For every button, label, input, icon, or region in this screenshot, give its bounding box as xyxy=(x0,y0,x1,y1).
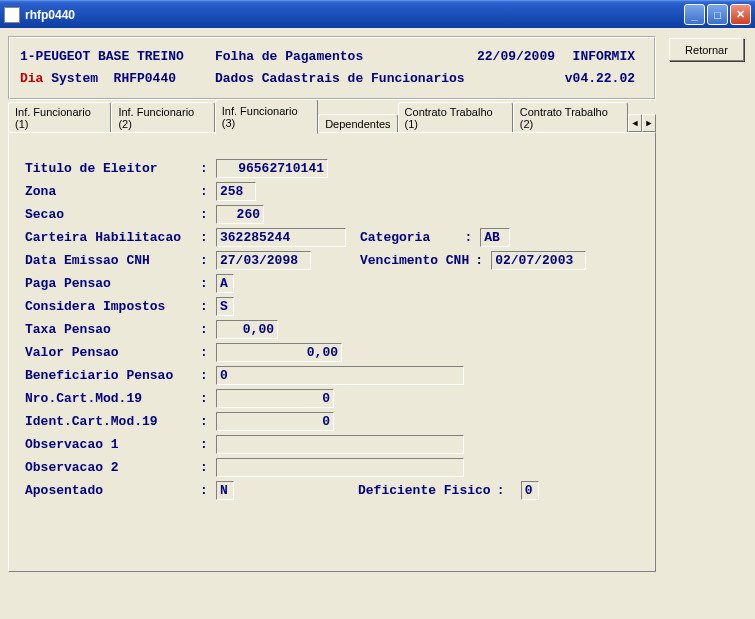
field-beneficiario-pensao[interactable]: 0 xyxy=(216,366,464,385)
label-ident-cart-mod19: Ident.Cart.Mod.19 xyxy=(25,414,200,429)
label-deficiente-fisico: Deficiente Fisico xyxy=(344,483,497,498)
label-nro-cart-mod19: Nro.Cart.Mod.19 xyxy=(25,391,200,406)
field-titulo-eleitor[interactable]: 96562710141 xyxy=(216,159,328,178)
label-observacao-2: Observacao 2 xyxy=(25,460,200,475)
field-deficiente-fisico[interactable]: 0 xyxy=(521,481,539,500)
label-vencimento-cnh: Vencimento CNH xyxy=(346,253,475,268)
header-subtitle: Dados Cadastrais de Funcionarios xyxy=(215,68,525,90)
field-valor-pensao[interactable]: 0,00 xyxy=(216,343,342,362)
label-data-emissao-cnh: Data Emissao CNH xyxy=(25,253,200,268)
retornar-button[interactable]: Retornar xyxy=(669,38,744,61)
field-data-emissao-cnh[interactable]: 27/03/2098 xyxy=(216,251,311,270)
field-taxa-pensao[interactable]: 0,00 xyxy=(216,320,278,339)
tab-inf-func-3[interactable]: Inf. Funcionario (3) xyxy=(215,99,318,134)
tab-scroll-right-icon[interactable]: ► xyxy=(642,114,656,132)
header-version: v04.22.02 xyxy=(525,68,635,90)
tab-strip: Inf. Funcionario (1) Inf. Funcionario (2… xyxy=(8,110,656,132)
label-titulo-eleitor: Titulo de Eleitor xyxy=(25,161,200,176)
label-secao: Secao xyxy=(25,207,200,222)
field-vencimento-cnh[interactable]: 02/07/2003 xyxy=(491,251,586,270)
minimize-button[interactable]: _ xyxy=(684,4,705,25)
field-categoria[interactable]: AB xyxy=(480,228,510,247)
field-carteira-hab[interactable]: 362285244 xyxy=(216,228,346,247)
label-considera-impostos: Considera Impostos xyxy=(25,299,200,314)
tab-inf-func-2[interactable]: Inf. Funcionario (2) xyxy=(111,102,214,133)
field-aposentado[interactable]: N xyxy=(216,481,234,500)
tab-scroll-left-icon[interactable]: ◄ xyxy=(628,114,642,132)
header-module: Folha de Pagamentos xyxy=(215,46,445,68)
label-taxa-pensao: Taxa Pensao xyxy=(25,322,200,337)
field-considera-impostos[interactable]: S xyxy=(216,297,234,316)
field-zona[interactable]: 258 xyxy=(216,182,256,201)
header-date: 22/09/2009 xyxy=(445,46,555,68)
field-observacao-2[interactable] xyxy=(216,458,464,477)
tab-contrato-2[interactable]: Contrato Trabalho (2) xyxy=(513,102,628,133)
header-company: 1-PEUGEOT BASE TREINO xyxy=(20,46,215,68)
tab-dependentes[interactable]: Dependentes xyxy=(318,114,397,133)
label-zona: Zona xyxy=(25,184,200,199)
field-nro-cart-mod19[interactable]: 0 xyxy=(216,389,334,408)
header-program: Dia System RHFP0440 xyxy=(20,68,215,90)
label-aposentado: Aposentado xyxy=(25,483,200,498)
header-panel: 1-PEUGEOT BASE TREINO Folha de Pagamento… xyxy=(8,36,656,100)
maximize-button[interactable]: □ xyxy=(707,4,728,25)
app-icon xyxy=(4,7,20,23)
label-paga-pensao: Paga Pensao xyxy=(25,276,200,291)
label-categoria: Categoria xyxy=(346,230,436,245)
field-paga-pensao[interactable]: A xyxy=(216,274,234,293)
label-valor-pensao: Valor Pensao xyxy=(25,345,200,360)
close-button[interactable]: ✕ xyxy=(730,4,751,25)
field-secao[interactable]: 260 xyxy=(216,205,264,224)
field-observacao-1[interactable] xyxy=(216,435,464,454)
window-title: rhfp0440 xyxy=(25,8,682,22)
tab-contrato-1[interactable]: Contrato Trabalho (1) xyxy=(398,102,513,133)
tab-inf-func-1[interactable]: Inf. Funcionario (1) xyxy=(8,102,111,133)
label-beneficiario-pensao: Beneficiario Pensao xyxy=(25,368,200,383)
tab-panel: Titulo de Eleitor : 96562710141 Zona : 2… xyxy=(8,132,656,572)
header-system: INFORMIX xyxy=(555,46,635,68)
label-observacao-1: Observacao 1 xyxy=(25,437,200,452)
field-ident-cart-mod19[interactable]: 0 xyxy=(216,412,334,431)
label-carteira-hab: Carteira Habilitacao xyxy=(25,230,200,245)
titlebar: rhfp0440 _ □ ✕ xyxy=(0,0,755,28)
